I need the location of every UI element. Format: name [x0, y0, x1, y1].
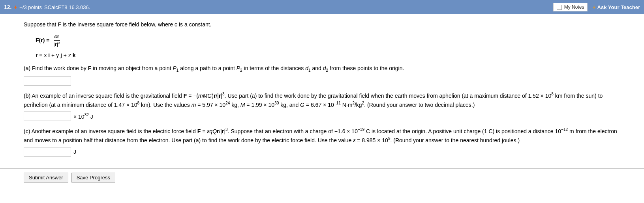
- force-formula: F(r) = cr |r|3: [36, 34, 620, 48]
- part-b-unit: × 1032 J: [73, 113, 93, 120]
- abs-r-c: /|: [219, 128, 222, 134]
- question-number: 12.: [4, 4, 11, 10]
- part-b-answer-row: × 1032 J: [24, 112, 620, 121]
- bottom-bar: Submit Answer Save Progress: [0, 168, 644, 186]
- notes-checkbox-icon: [557, 5, 562, 10]
- save-label: Save Progress: [77, 175, 110, 181]
- abs-r-b: /|: [216, 93, 219, 99]
- r-def-text: r: [36, 52, 38, 58]
- formula-label: F(r) =: [36, 37, 51, 43]
- F-bold-a: F: [88, 65, 92, 71]
- part-c-input[interactable]: [24, 147, 71, 156]
- top-bar: 12. + –/3 points SCalcET8 16.3.036. My N…: [0, 0, 644, 14]
- part-b-section: (b) An example of an inverse square fiel…: [24, 91, 620, 121]
- main-content: Suppose that F is the inverse square for…: [0, 14, 644, 168]
- elec-F: F: [197, 128, 201, 134]
- fraction-denominator: |r|3: [53, 41, 61, 48]
- problem-intro: Suppose that F is the inverse square for…: [24, 20, 620, 29]
- part-b-input[interactable]: [24, 112, 71, 121]
- part-a-label: (a) Find the work done by F in moving an…: [24, 64, 620, 74]
- top-bar-left: 12. + –/3 points SCalcET8 16.3.036.: [4, 4, 553, 10]
- part-c-text: (c) Another example of an inverse square…: [24, 128, 197, 134]
- top-bar-right: My Notes + Ask Your Teacher: [553, 3, 640, 11]
- plus-x: + y: [51, 52, 60, 58]
- save-progress-button[interactable]: Save Progress: [71, 173, 115, 183]
- part-b-paren: (b) An example of an inverse square fiel…: [24, 93, 184, 99]
- i-vec: i: [48, 52, 50, 58]
- part-c-answer-row: J: [24, 147, 620, 156]
- fraction-numerator: cr: [54, 34, 60, 41]
- part-b-label: (b) An example of an inverse square fiel…: [24, 91, 620, 109]
- plus-y: + z: [64, 52, 73, 58]
- part-c-section: (c) Another example of an inverse square…: [24, 127, 620, 156]
- ask-teacher-label: Ask Your Teacher: [597, 4, 640, 10]
- part-a-section: (a) Find the work done by F in moving an…: [24, 64, 620, 86]
- grav-formula: F: [184, 93, 187, 99]
- ask-teacher-button[interactable]: + Ask Your Teacher: [592, 4, 640, 10]
- grav-formula-eq: = −(mMG): [188, 93, 214, 99]
- fraction: cr |r|3: [53, 34, 61, 48]
- r-definition: r = x i + y j + z k: [36, 52, 620, 58]
- j-vec: j: [60, 52, 62, 58]
- part-c-label: (c) Another example of an inverse square…: [24, 127, 620, 145]
- course-code: SCalcET8 16.3.036.: [44, 4, 90, 10]
- submit-answer-button[interactable]: Submit Answer: [24, 173, 68, 183]
- part-a-input[interactable]: [24, 76, 71, 86]
- part-a-answer-row: [24, 76, 620, 86]
- intro-text: Suppose that F is the inverse square for…: [24, 21, 211, 28]
- my-notes-button[interactable]: My Notes: [553, 3, 588, 11]
- plus-icon-2: +: [592, 4, 595, 10]
- plus-icon-1: +: [14, 4, 17, 10]
- k-vec: k: [73, 52, 76, 58]
- my-notes-label: My Notes: [564, 4, 584, 10]
- part-c-unit: J: [73, 149, 76, 155]
- part-a-paren: (a) Find the work done by: [24, 65, 88, 71]
- part-a-text: in moving an object from a point P1 alon…: [91, 65, 404, 71]
- elec-formula: = εqQ: [202, 128, 217, 134]
- r-def-eq: = x: [39, 52, 48, 58]
- points-text: –/3 points: [20, 4, 42, 10]
- submit-label: Submit Answer: [29, 175, 63, 181]
